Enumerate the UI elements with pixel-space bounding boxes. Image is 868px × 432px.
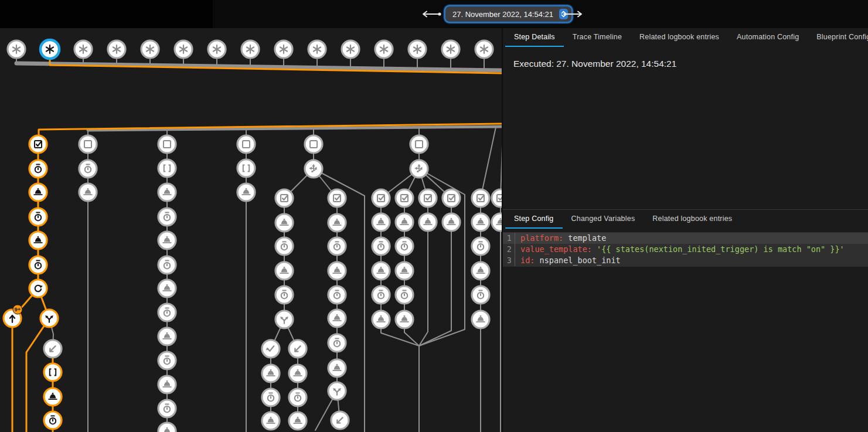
graph-node-timer-icon[interactable] bbox=[372, 237, 390, 255]
graph-node-timer-icon[interactable] bbox=[328, 237, 346, 255]
graph-node-dome-icon[interactable] bbox=[396, 213, 413, 231]
graph-node-timer-icon[interactable] bbox=[44, 411, 62, 429]
previous-trace-arrow-icon[interactable] bbox=[421, 11, 442, 19]
graph-node-dome-icon[interactable] bbox=[372, 262, 390, 280]
graph-node-dome-icon[interactable] bbox=[492, 213, 502, 231]
graph-node-brackets-icon[interactable] bbox=[158, 159, 176, 177]
graph-node-asterisk-icon[interactable] bbox=[175, 40, 192, 58]
graph-node-asterisk-icon[interactable] bbox=[442, 40, 459, 58]
graph-node-cbm-icon[interactable] bbox=[328, 189, 346, 207]
graph-node-asterisk-icon[interactable] bbox=[375, 40, 393, 58]
graph-node-asterisk-icon[interactable] bbox=[475, 40, 493, 58]
graph-node-split-icon[interactable] bbox=[328, 382, 346, 400]
graph-node-asterisk-icon[interactable] bbox=[8, 40, 25, 58]
tab-related-logbook-entries[interactable]: Related logbook entries bbox=[631, 28, 728, 47]
graph-node-asterisk-icon[interactable] bbox=[108, 40, 125, 58]
graph-node-dome-icon[interactable] bbox=[472, 311, 489, 328]
graph-node-dome-icon[interactable] bbox=[442, 213, 460, 231]
graph-node-dome-icon[interactable] bbox=[472, 262, 489, 280]
graph-node-asterisk-icon[interactable] bbox=[40, 40, 59, 59]
graph-node-split-icon[interactable] bbox=[40, 309, 58, 327]
graph-node-timer-icon[interactable] bbox=[396, 237, 413, 255]
graph-node-dome-icon[interactable] bbox=[372, 311, 390, 328]
graph-node-cbb-icon[interactable] bbox=[305, 135, 322, 153]
graph-node-cbm-icon[interactable] bbox=[275, 189, 293, 207]
graph-node-brackets-icon[interactable] bbox=[237, 159, 255, 177]
graph-node-decision-icon[interactable] bbox=[410, 160, 428, 178]
graph-node-timer-icon[interactable] bbox=[275, 237, 293, 255]
graph-node-cbm-icon[interactable] bbox=[396, 189, 413, 207]
graph-node-asterisk-icon[interactable] bbox=[141, 40, 159, 58]
graph-node-dome-icon[interactable] bbox=[29, 232, 47, 249]
graph-node-dome-icon[interactable] bbox=[29, 183, 47, 201]
graph-node-dome-icon[interactable] bbox=[275, 262, 293, 280]
graph-node-split-icon[interactable] bbox=[275, 311, 293, 328]
graph-node-timer-icon[interactable] bbox=[372, 286, 390, 304]
graph-node-asterisk-icon[interactable] bbox=[409, 40, 426, 58]
graph-node-dome-icon[interactable] bbox=[158, 280, 176, 297]
graph-node-dome-icon[interactable] bbox=[289, 412, 307, 430]
graph-node-dome-icon[interactable] bbox=[44, 388, 62, 406]
graph-node-cbb-icon[interactable] bbox=[237, 135, 255, 153]
graph-node-timer-icon[interactable] bbox=[158, 352, 176, 369]
graph-node-asterisk-icon[interactable] bbox=[275, 40, 292, 58]
graph-node-dome-icon[interactable] bbox=[158, 183, 176, 201]
graph-node-asterisk-icon[interactable] bbox=[308, 40, 326, 58]
tab-related-logbook-entries[interactable]: Related logbook entries bbox=[644, 210, 741, 229]
graph-node-arrow-check-icon[interactable] bbox=[262, 340, 280, 358]
graph-node-dome-icon[interactable] bbox=[472, 213, 489, 231]
graph-node-dome-icon[interactable] bbox=[158, 232, 176, 249]
graph-node-cbm-icon[interactable] bbox=[442, 189, 460, 207]
graph-node-cbm-icon[interactable] bbox=[29, 135, 47, 153]
trace-graph-panel[interactable]: 9+ bbox=[0, 28, 502, 432]
graph-node-dome-icon[interactable] bbox=[328, 214, 346, 232]
graph-node-cbm-icon[interactable] bbox=[492, 189, 502, 207]
graph-node-timer-icon[interactable] bbox=[472, 237, 489, 255]
graph-node-dome-icon[interactable] bbox=[79, 183, 97, 201]
graph-node-cbm-icon[interactable] bbox=[472, 189, 489, 207]
graph-node-timer-icon[interactable] bbox=[275, 286, 293, 304]
graph-node-cbb-icon[interactable] bbox=[158, 135, 176, 153]
graph-node-dome-icon[interactable] bbox=[289, 365, 307, 382]
graph-node-asterisk-icon[interactable] bbox=[342, 40, 359, 58]
graph-node-timer-icon[interactable] bbox=[29, 208, 47, 226]
graph-node-dome-icon[interactable] bbox=[158, 376, 176, 393]
graph-node-arrow-bl-icon[interactable] bbox=[44, 340, 62, 358]
tab-changed-variables[interactable]: Changed Variables bbox=[563, 210, 644, 229]
graph-node-dome-icon[interactable] bbox=[396, 311, 413, 328]
tab-automation-config[interactable]: Automation Config bbox=[728, 28, 808, 47]
tab-step-details[interactable]: Step Details bbox=[505, 28, 564, 47]
graph-node-timer-icon[interactable] bbox=[158, 304, 176, 321]
graph-node-dome-icon[interactable] bbox=[237, 183, 255, 201]
graph-node-asterisk-icon[interactable] bbox=[74, 40, 92, 58]
graph-node-cbb-icon[interactable] bbox=[410, 135, 428, 153]
graph-node-cbm-icon[interactable] bbox=[419, 189, 437, 207]
graph-node-timer-icon[interactable] bbox=[79, 160, 97, 178]
graph-node-cbm-icon[interactable] bbox=[372, 189, 390, 207]
graph-node-arrow-up-icon[interactable]: 9+ bbox=[4, 305, 22, 327]
graph-node-dome-icon[interactable] bbox=[372, 213, 390, 231]
graph-node-arrow-bl-icon[interactable] bbox=[289, 340, 307, 358]
graph-node-dome-icon[interactable] bbox=[158, 328, 176, 345]
graph-node-brackets-icon[interactable] bbox=[44, 363, 62, 381]
graph-node-decision-icon[interactable] bbox=[305, 160, 322, 178]
graph-node-timer-icon[interactable] bbox=[472, 286, 489, 304]
graph-node-refresh-icon[interactable] bbox=[29, 280, 47, 297]
next-trace-arrow-icon[interactable] bbox=[563, 11, 584, 19]
graph-node-timer-icon[interactable] bbox=[158, 400, 176, 417]
graph-node-dome-icon[interactable] bbox=[275, 214, 293, 232]
graph-node-dome-icon[interactable] bbox=[158, 423, 176, 432]
tab-blueprint-config[interactable]: Blueprint Config bbox=[808, 28, 868, 47]
graph-node-timer-icon[interactable] bbox=[158, 208, 176, 226]
graph-node-timer-icon[interactable] bbox=[328, 286, 346, 304]
graph-node-dome-icon[interactable] bbox=[328, 359, 346, 377]
graph-node-timer-icon[interactable] bbox=[158, 256, 176, 274]
graph-node-dome-icon[interactable] bbox=[396, 262, 413, 280]
graph-node-dome-icon[interactable] bbox=[419, 213, 437, 231]
graph-node-timer-icon[interactable] bbox=[328, 334, 346, 352]
graph-node-timer-icon[interactable] bbox=[29, 256, 47, 274]
graph-node-dome-icon[interactable] bbox=[328, 309, 346, 327]
graph-node-arrow-bl-icon[interactable] bbox=[331, 411, 349, 429]
trace-run-selector[interactable]: 27. November 2022, 14:54:21 bbox=[445, 6, 571, 22]
graph-node-timer-icon[interactable] bbox=[289, 389, 307, 406]
